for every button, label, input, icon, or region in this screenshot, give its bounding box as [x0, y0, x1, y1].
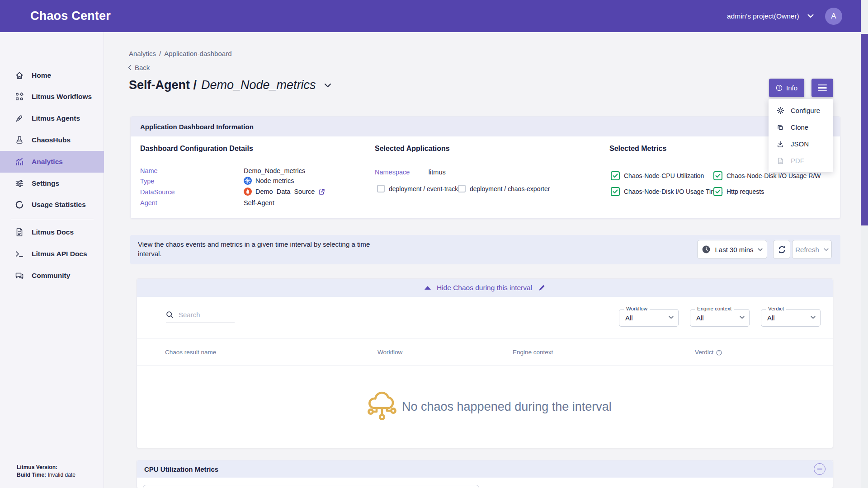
- application-checkbox-row: deployment / event-tracker: [377, 185, 464, 192]
- checkbox-cpu-utilization[interactable]: [611, 171, 620, 180]
- search-input[interactable]: [178, 310, 228, 319]
- menu-item-label: Configure: [791, 107, 820, 114]
- menu-item-json[interactable]: JSON: [769, 136, 833, 152]
- info-panel-header: Application Dashboard Information: [131, 117, 840, 136]
- project-selector[interactable]: admin's project(Owner): [727, 0, 814, 32]
- sidebar-item-litmus-agents[interactable]: Litmus Agents: [0, 108, 104, 129]
- search-icon: [166, 311, 174, 319]
- breadcrumb-application-dashboard[interactable]: Application-dashboard: [164, 50, 231, 57]
- empty-cloud-icon: [367, 389, 397, 421]
- info-circle-icon: [776, 84, 783, 91]
- sidebar-item-label: Litmus API Docs: [32, 250, 87, 258]
- flask-icon: [15, 136, 24, 145]
- prometheus-icon: [244, 188, 252, 196]
- title-chevron-down-icon[interactable]: [324, 83, 331, 88]
- info-button[interactable]: Info: [769, 79, 804, 97]
- application-checkbox-row: deployment / chaos-exporter: [458, 185, 550, 192]
- breadcrumb: Analytics / Application-dashboard: [129, 50, 231, 57]
- build-label: Build Time:: [17, 472, 46, 478]
- kebab-menu-button[interactable]: [811, 79, 833, 97]
- filter-value: All: [696, 310, 704, 326]
- sliders-icon: [15, 179, 24, 188]
- chevron-down-icon: [758, 248, 763, 251]
- config-row-label: Agent: [140, 199, 157, 206]
- sidebar-item-label: Settings: [32, 179, 59, 188]
- sidebar-item-label: Analytics: [32, 158, 63, 166]
- terminal-icon: [15, 249, 24, 258]
- menu-item-label: JSON: [791, 140, 809, 148]
- sidebar-item-analytics[interactable]: Analytics: [0, 151, 104, 173]
- column-header: Workflow: [377, 338, 402, 366]
- menu-item-label: PDF: [791, 157, 804, 164]
- version-info: Litmus Version: Build Time: Invalid date: [17, 464, 75, 479]
- sidebar-item-community[interactable]: Community: [0, 265, 104, 286]
- verdict-filter-select[interactable]: Verdict All: [761, 309, 821, 327]
- top-header-bar: Chaos Center admin's project(Owner) A: [0, 0, 868, 32]
- engine-context-filter-select[interactable]: Engine context All: [690, 309, 750, 327]
- workflows-icon: [15, 92, 24, 101]
- analytics-chart-icon: [15, 157, 24, 166]
- time-range-select[interactable]: Last 30 mins: [697, 240, 767, 259]
- chevron-down-icon: [811, 316, 816, 319]
- chevron-left-icon: [128, 65, 132, 70]
- hide-chaos-toggle[interactable]: Hide Chaos during this interval: [137, 279, 833, 297]
- sidebar-item-litmus-workflows[interactable]: Litmus Workflows: [0, 86, 104, 108]
- application-dashboard-info-panel: Application Dashboard Information Dashbo…: [130, 116, 840, 219]
- cpu-section-title: CPU Utilization Metrics: [144, 465, 218, 473]
- time-range-value: Last 30 mins: [715, 246, 753, 253]
- checkbox-event-tracker[interactable]: [377, 185, 385, 192]
- dashboard-actions-menu: Configure Clone JSON PDF: [769, 99, 833, 172]
- refresh-now-button[interactable]: [773, 240, 790, 259]
- selected-applications-title: Selected Applications: [375, 145, 450, 153]
- collapse-minus-icon[interactable]: [814, 463, 826, 475]
- config-row-label: Type: [140, 178, 154, 185]
- checkbox-disk-io-rw[interactable]: [713, 171, 722, 180]
- verdict-info-icon[interactable]: [716, 350, 722, 356]
- project-label: admin's project(Owner): [727, 12, 799, 20]
- breadcrumb-analytics[interactable]: Analytics: [129, 50, 156, 57]
- refresh-interval-select[interactable]: Refresh: [792, 240, 832, 259]
- config-row-value: Node metrics: [244, 177, 294, 185]
- scrollbar-thumb[interactable]: [861, 34, 868, 225]
- edit-pencil-icon[interactable]: [538, 284, 545, 291]
- sidebar-item-label: Litmus Workflows: [32, 93, 92, 101]
- sidebar-item-label: Litmus Docs: [32, 228, 74, 236]
- sidebar-item-label: Home: [32, 71, 51, 80]
- menu-item-label: Clone: [791, 123, 808, 131]
- chart-card-top-edge: [143, 485, 479, 488]
- sidebar-item-litmus-api-docs[interactable]: Litmus API Docs: [0, 243, 104, 265]
- interval-description: View the chaos events and metrics in a g…: [138, 239, 391, 258]
- menu-item-configure[interactable]: Configure: [769, 102, 833, 119]
- sidebar-item-usage-statistics[interactable]: Usage Statistics: [0, 194, 104, 216]
- collapse-triangle-icon: [425, 286, 431, 290]
- sidebar-item-settings[interactable]: Settings: [0, 173, 104, 194]
- search-field: [166, 310, 235, 323]
- checkbox-disk-io-times[interactable]: [611, 187, 620, 196]
- avatar-letter: A: [831, 12, 836, 21]
- page-title: Self-Agent / Demo_Node_metrics: [129, 78, 331, 92]
- sidebar-item-litmus-docs[interactable]: Litmus Docs: [0, 221, 104, 243]
- selected-metrics-title: Selected Metrics: [609, 145, 666, 153]
- chevron-down-icon: [669, 316, 674, 319]
- menu-item-clone[interactable]: Clone: [769, 119, 833, 136]
- sidebar-item-chaoshubs[interactable]: ChaosHubs: [0, 129, 104, 151]
- config-row-value: Demo_Node_metrics: [244, 167, 305, 174]
- config-row-value: Self-Agent: [244, 199, 274, 206]
- usage-statistics-icon: [15, 200, 24, 209]
- user-avatar[interactable]: A: [825, 8, 842, 25]
- app-title: Chaos Center: [30, 0, 111, 32]
- checkbox-chaos-exporter[interactable]: [458, 185, 466, 192]
- filter-value: All: [625, 310, 633, 326]
- back-button[interactable]: Back: [128, 64, 150, 71]
- metric-checkbox-row: Http requests: [713, 187, 764, 196]
- app-root: Chaos Center admin's project(Owner) A Ho…: [0, 0, 868, 488]
- page-title-agent: Self-Agent /: [129, 78, 197, 92]
- checkbox-http-requests[interactable]: [713, 187, 722, 196]
- document-icon: [15, 228, 24, 237]
- config-row-label: Name: [140, 167, 158, 174]
- chevron-down-icon: [824, 248, 829, 251]
- external-link-icon[interactable]: [318, 188, 325, 195]
- workflow-filter-select[interactable]: Workflow All: [619, 309, 679, 327]
- chevron-down-icon: [807, 14, 814, 18]
- sidebar-item-home[interactable]: Home: [0, 65, 104, 86]
